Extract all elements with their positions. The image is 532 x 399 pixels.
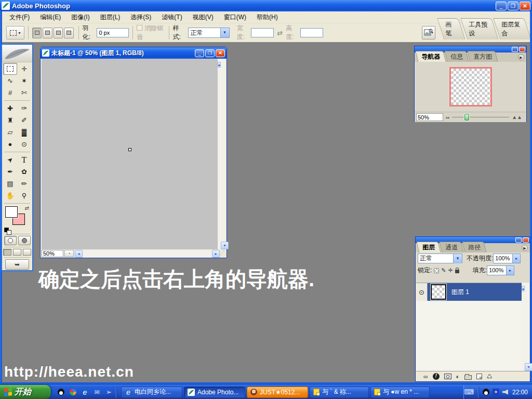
canvas[interactable] bbox=[42, 59, 219, 249]
style-select[interactable]: 正常 ▾ bbox=[188, 28, 230, 38]
navigator-proxy-view[interactable] bbox=[449, 67, 492, 107]
tool-preset-picker[interactable]: ▾ bbox=[6, 26, 24, 39]
media-player-icon[interactable] bbox=[69, 388, 77, 396]
tab-paths[interactable]: 路径 bbox=[462, 242, 486, 252]
crop-tool[interactable]: # bbox=[3, 87, 17, 99]
tab-navigator[interactable]: 导航器 bbox=[415, 51, 446, 62]
lock-all-icon[interactable] bbox=[455, 270, 459, 273]
doc-maximize-icon[interactable]: ❐ bbox=[205, 49, 215, 57]
menu-help[interactable]: 帮助(H) bbox=[251, 11, 283, 23]
layer-name[interactable]: 图层 1 bbox=[451, 288, 469, 297]
task-ie-forum[interactable]: e 电白同乡论... bbox=[121, 387, 182, 398]
task-photoshop[interactable]: Adobe Photo... bbox=[184, 387, 245, 398]
eraser-tool[interactable]: ▱ bbox=[3, 126, 17, 138]
layers-scrollbar[interactable]: ▴ ▾ bbox=[522, 283, 529, 371]
lock-position-icon[interactable]: ✛ bbox=[448, 267, 453, 274]
scroll-down-icon[interactable]: ▾ bbox=[525, 363, 532, 371]
resize-grip-icon[interactable]: ⋰ bbox=[220, 250, 227, 258]
qq-tray-icon[interactable] bbox=[483, 389, 489, 395]
navigator-zoom-slider[interactable] bbox=[452, 114, 509, 121]
layer-row-selected[interactable]: ⊙ 图层 1 bbox=[416, 283, 523, 301]
keyboard-input-icon[interactable]: ⌨ bbox=[464, 388, 474, 396]
scroll-right-icon[interactable]: ▸ bbox=[212, 250, 220, 258]
task-qq-chat-1[interactable]: JUST★0512... bbox=[247, 387, 308, 398]
imageready-clock-icon[interactable]: ◔ bbox=[64, 250, 74, 257]
navigator-zoom-field[interactable] bbox=[416, 113, 443, 121]
panel-minimize-icon[interactable] bbox=[515, 237, 522, 243]
menu-filter[interactable]: 滤镜(T) bbox=[156, 11, 187, 23]
lasso-tool[interactable]: ∿ bbox=[3, 75, 17, 87]
history-brush-tool[interactable]: ✐ bbox=[17, 114, 31, 126]
type-tool[interactable]: T bbox=[17, 154, 31, 166]
zoom-in-icon[interactable]: ▲▲ bbox=[512, 114, 522, 120]
width-input[interactable] bbox=[251, 28, 274, 37]
eyedropper-tool[interactable]: ✏ bbox=[17, 178, 31, 190]
fill-spinner-icon[interactable]: ▸ bbox=[507, 265, 514, 275]
tab-histogram[interactable]: 直方图 bbox=[467, 51, 498, 62]
intersect-selection-button[interactable] bbox=[64, 28, 73, 38]
task-qq-chat-3[interactable]: 与 ●w en * ... bbox=[370, 387, 430, 398]
chevron-down-icon[interactable]: ▾ bbox=[453, 254, 462, 263]
link-layers-icon[interactable]: ∞ bbox=[423, 373, 428, 380]
pen-tool[interactable]: ✒ bbox=[3, 166, 17, 178]
new-layer-icon[interactable] bbox=[476, 374, 482, 379]
add-selection-button[interactable] bbox=[43, 28, 52, 38]
fullscreen-mode-button[interactable] bbox=[23, 249, 31, 256]
swap-colors-icon[interactable]: ⇄ bbox=[25, 205, 29, 211]
panel-minimize-icon[interactable] bbox=[512, 47, 518, 52]
notes-tool[interactable]: ▤ bbox=[3, 178, 17, 190]
layer-visibility-eye-icon[interactable]: ⊙ bbox=[416, 283, 428, 301]
restore-icon[interactable]: ❐ bbox=[508, 2, 518, 10]
blur-tool[interactable]: ● bbox=[3, 138, 17, 150]
chevron-down-icon[interactable]: ▾ bbox=[220, 28, 229, 37]
menu-view[interactable]: 视图(V) bbox=[188, 11, 219, 23]
vertical-scrollbar[interactable]: ▴ ▾ bbox=[218, 59, 225, 249]
document-titlebar[interactable]: 未标题-1 @ 50% (图层 1, RGB/8) _ ❐ ✕ bbox=[41, 47, 227, 59]
scroll-left-icon[interactable]: ◂ bbox=[75, 250, 83, 258]
menu-image[interactable]: 图像(I) bbox=[66, 11, 95, 23]
dodge-tool[interactable]: ⊙ bbox=[17, 138, 31, 150]
start-button[interactable]: 开始 bbox=[0, 385, 51, 399]
tab-info[interactable]: 信息 bbox=[444, 51, 469, 62]
horizontal-scrollbar[interactable]: ◂ ▸ bbox=[75, 250, 220, 258]
move-tool[interactable]: ✛ bbox=[17, 63, 31, 75]
panel-close-icon[interactable] bbox=[523, 237, 529, 243]
tab-channels[interactable]: 通道 bbox=[439, 242, 463, 252]
jump-to-imageready-button[interactable]: ➥ bbox=[5, 259, 29, 270]
standard-screen-mode-button[interactable] bbox=[3, 249, 11, 256]
doc-close-icon[interactable]: ✕ bbox=[216, 49, 225, 57]
minimize-icon[interactable]: _ bbox=[496, 2, 507, 10]
doc-minimize-icon[interactable]: _ bbox=[195, 49, 204, 57]
menu-window[interactable]: 窗口(W) bbox=[219, 11, 251, 23]
default-colors-icon[interactable] bbox=[4, 228, 9, 232]
foreground-color-swatch[interactable] bbox=[5, 206, 18, 218]
tab-layers[interactable]: 图层 bbox=[416, 242, 441, 252]
standard-mode-button[interactable] bbox=[4, 236, 17, 245]
gradient-tool[interactable]: ▓ bbox=[17, 126, 31, 138]
document-zoom-field[interactable] bbox=[42, 250, 63, 257]
file-browser-toggle-icon[interactable] bbox=[422, 26, 435, 39]
panel-close-icon[interactable] bbox=[519, 47, 525, 52]
healing-brush-tool[interactable]: ✚ bbox=[3, 102, 17, 114]
task-qq-chat-2[interactable]: 与 ` & 祢... bbox=[310, 387, 369, 398]
close-icon[interactable]: ✕ bbox=[520, 2, 530, 10]
qq-service-tray-icon[interactable]: ✦ bbox=[493, 389, 499, 395]
feather-swoosh-icon[interactable]: ➢ bbox=[105, 388, 113, 396]
lock-paint-icon[interactable]: ✎ bbox=[441, 267, 446, 274]
zoom-tool[interactable]: ⚲ bbox=[17, 190, 31, 202]
menu-edit[interactable]: 编辑(E) bbox=[35, 11, 66, 23]
volume-icon[interactable] bbox=[502, 390, 508, 395]
brush-tool[interactable]: ✑ bbox=[17, 102, 31, 114]
new-group-icon[interactable] bbox=[464, 375, 472, 380]
opacity-spinner-icon[interactable]: ▸ bbox=[513, 254, 521, 263]
fullscreen-with-menu-button[interactable] bbox=[13, 249, 21, 256]
photoshop-feather-logo[interactable] bbox=[2, 45, 32, 62]
fill-value[interactable]: 100% bbox=[487, 265, 507, 275]
clone-stamp-tool[interactable]: ♜ bbox=[3, 114, 17, 126]
panel-menu-icon[interactable]: ▶ bbox=[518, 54, 524, 60]
mail-icon[interactable]: ✉ bbox=[93, 388, 101, 396]
magic-wand-tool[interactable]: ✶ bbox=[17, 75, 31, 87]
feather-input[interactable] bbox=[97, 28, 129, 37]
adjustment-layer-icon[interactable]: ◐ bbox=[456, 373, 460, 380]
layer-thumbnail[interactable] bbox=[431, 284, 446, 300]
